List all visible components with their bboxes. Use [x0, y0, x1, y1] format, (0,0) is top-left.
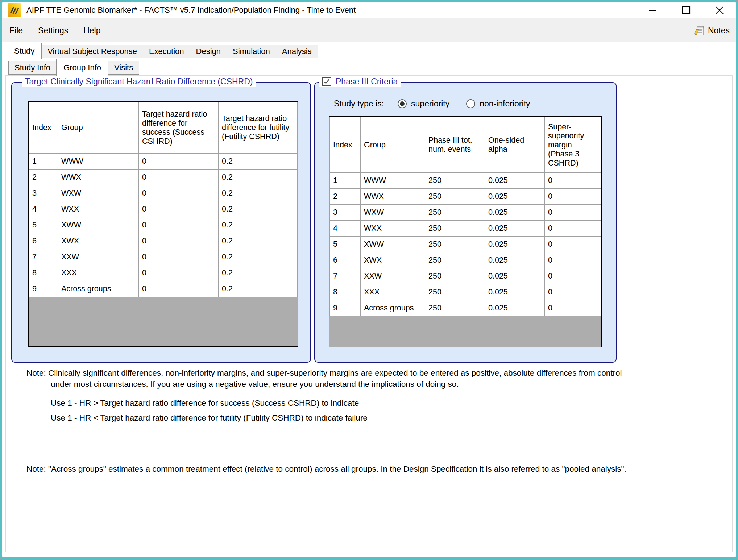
grid-value-cell[interactable]: 0	[545, 252, 601, 268]
group-name-cell: XXW	[58, 249, 139, 265]
grid-value-cell[interactable]: 0.025	[485, 268, 545, 284]
row-index-cell: 9	[330, 300, 361, 316]
grid-value-cell[interactable]: 0.2	[219, 217, 298, 233]
grid-value-cell[interactable]: 250	[425, 300, 485, 316]
grid-value-cell[interactable]: 0	[545, 300, 601, 316]
grid-value-cell[interactable]: 0	[545, 205, 601, 221]
grid-value-cell[interactable]: 0.025	[485, 252, 545, 268]
subtab-study-info[interactable]: Study Info	[8, 61, 57, 75]
grid-value-cell[interactable]: 250	[425, 173, 485, 189]
maximize-button[interactable]	[669, 2, 703, 18]
tab-execution[interactable]: Execution	[143, 45, 190, 58]
grid-value-cell[interactable]: 0	[139, 233, 219, 249]
group-name-cell: WXX	[58, 201, 139, 217]
table-row: 5XWW2500.0250	[330, 237, 601, 252]
table-row: 8XXX00.2	[29, 265, 298, 281]
grid-value-cell[interactable]: 0.2	[219, 233, 298, 249]
group-name-cell: XWW	[361, 237, 425, 252]
header-row: IndexGroupPhase III tot. num. eventsOne-…	[330, 117, 601, 173]
grid-value-cell[interactable]: 0.025	[485, 221, 545, 237]
grid-value-cell[interactable]: 0.025	[485, 173, 545, 189]
grid-value-cell[interactable]: 0	[139, 265, 219, 281]
grid-value-cell[interactable]: 250	[425, 205, 485, 221]
grid-value-cell[interactable]: 250	[425, 189, 485, 205]
grid-value-cell[interactable]: 0	[139, 201, 219, 217]
menu-item-help[interactable]: Help	[76, 24, 108, 38]
menu-item-file[interactable]: File	[2, 24, 30, 38]
grid-value-cell[interactable]: 0	[545, 189, 601, 205]
table-row: 1WWW00.2	[29, 154, 298, 170]
grid-value-cell[interactable]: 0.2	[219, 265, 298, 281]
grid-value-cell[interactable]: 0.025	[485, 300, 545, 316]
column-header: Super-superiority margin (Phase 3 CSHRD)	[545, 117, 601, 173]
grid-value-cell[interactable]: 250	[425, 237, 485, 252]
row-index-cell: 8	[29, 265, 58, 281]
grid-value-cell[interactable]: 0.025	[485, 205, 545, 221]
grid-value-cell[interactable]: 0	[545, 268, 601, 284]
tab-virtual-subject-response[interactable]: Virtual Subject Response	[41, 45, 143, 58]
row-index-cell: 9	[29, 281, 58, 297]
subtab-group-info[interactable]: Group Info	[56, 59, 108, 76]
table-row: 7XXW2500.0250	[330, 268, 601, 284]
study-type-row: Study type is: superiority non-inferiori…	[334, 99, 530, 109]
row-index-cell: 5	[330, 237, 361, 252]
grid-value-cell[interactable]: 0.2	[219, 154, 298, 170]
radio-option-non-inferiority[interactable]: non-inferiority	[466, 99, 530, 109]
grid-value-cell[interactable]: 0	[139, 249, 219, 265]
app-window: AIPF TTE Genomic Biomarker* - FACTS™ v5.…	[0, 0, 738, 560]
grid-value-cell[interactable]: 0	[139, 170, 219, 185]
grid-value-cell[interactable]: 250	[425, 284, 485, 300]
menubar: File Settings Help Notes	[2, 18, 736, 42]
cshrd-groupbox: Target Clinically Significant Hazard Rat…	[11, 82, 311, 363]
grid-value-cell[interactable]: 250	[425, 268, 485, 284]
notes-icon	[693, 25, 705, 36]
table-row: 3WXW2500.0250	[330, 205, 601, 221]
grid-value-cell[interactable]: 0.025	[485, 284, 545, 300]
phase3-groupbox-header: Phase III Criteria	[319, 77, 401, 87]
table-row: 6XWX2500.0250	[330, 252, 601, 268]
grid-value-cell[interactable]: 250	[425, 221, 485, 237]
group-name-cell: XWX	[58, 233, 139, 249]
grid-value-cell[interactable]: 0	[139, 217, 219, 233]
phase3-table-frame: IndexGroupPhase III tot. num. eventsOne-…	[329, 116, 602, 347]
grid-value-cell[interactable]: 0.2	[219, 281, 298, 297]
table-row: 5XWW00.2	[29, 217, 298, 233]
grid-value-cell[interactable]: 0	[139, 281, 219, 297]
grid-value-cell[interactable]: 0.025	[485, 189, 545, 205]
note-clinically-significant-line2: under most circumstances. If you are usi…	[51, 380, 459, 389]
sub-tabstrip: Study Info Group Info Visits	[8, 59, 139, 76]
grid-value-cell[interactable]: 0	[139, 185, 219, 201]
grid-value-cell[interactable]: 0.2	[219, 185, 298, 201]
grid-value-cell[interactable]: 0	[545, 237, 601, 252]
grid-value-cell[interactable]: 0.2	[219, 201, 298, 217]
main-tabstrip: Study Virtual Subject Response Execution…	[7, 43, 318, 59]
notes-button[interactable]: Notes	[693, 25, 730, 36]
grid-value-cell[interactable]: 0	[545, 284, 601, 300]
app-icon	[8, 3, 21, 17]
minimize-button[interactable]	[636, 2, 669, 18]
grid-value-cell[interactable]: 0	[545, 221, 601, 237]
phase3-checkbox[interactable]	[322, 77, 331, 86]
group-name-cell: Across groups	[58, 281, 139, 297]
radio-option-superiority[interactable]: superiority	[398, 99, 449, 109]
grid-value-cell[interactable]: 0.2	[219, 249, 298, 265]
row-index-cell: 7	[330, 268, 361, 284]
group-name-cell: XXX	[361, 284, 425, 300]
grid-value-cell[interactable]: 0	[139, 154, 219, 170]
grid-value-cell[interactable]: 0.2	[219, 170, 298, 185]
menu-item-settings[interactable]: Settings	[30, 24, 76, 38]
tab-study[interactable]: Study	[7, 43, 42, 59]
tab-design[interactable]: Design	[190, 45, 227, 58]
close-button[interactable]	[703, 2, 736, 18]
grid-value-cell[interactable]: 0.025	[485, 237, 545, 252]
tab-simulation[interactable]: Simulation	[227, 45, 276, 58]
tab-analysis[interactable]: Analysis	[276, 45, 318, 58]
table-row: 4WXX2500.0250	[330, 221, 601, 237]
subtab-visits[interactable]: Visits	[108, 61, 139, 75]
grid-value-cell[interactable]: 0	[545, 173, 601, 189]
group-name-cell: WXX	[361, 221, 425, 237]
row-index-cell: 8	[330, 284, 361, 300]
radio-option-label: superiority	[411, 99, 449, 109]
grid-value-cell[interactable]: 250	[425, 252, 485, 268]
table-row: 3WXW00.2	[29, 185, 298, 201]
